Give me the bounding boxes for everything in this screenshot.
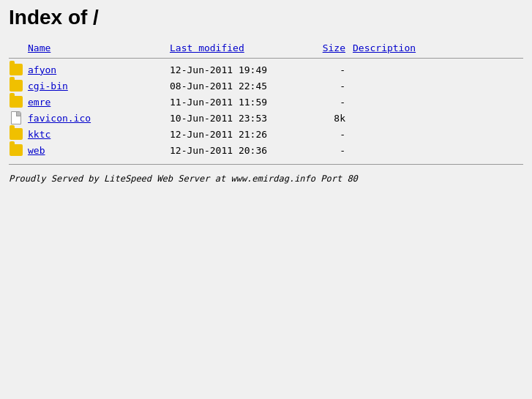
modified-column-header[interactable]: Last modified <box>170 42 244 53</box>
file-size: - <box>301 81 345 92</box>
folder-icon <box>10 96 23 108</box>
folder-icon <box>10 128 23 140</box>
size-column-header[interactable]: Size <box>323 42 345 53</box>
table-row: cgi-bin08-Jun-2011 22:45- <box>9 78 523 94</box>
page-title: Index of / <box>9 6 523 29</box>
file-size: - <box>301 64 345 75</box>
table-row: emre11-Jun-2011 11:59- <box>9 94 523 110</box>
file-modified: 12-Jun-2011 21:26 <box>170 129 301 140</box>
file-modified: 12-Jun-2011 20:36 <box>170 145 301 156</box>
file-size: - <box>301 129 345 140</box>
file-size: - <box>301 145 345 156</box>
desc-column-header[interactable]: Description <box>353 42 416 53</box>
file-size: 8k <box>301 113 345 124</box>
footer-divider <box>9 164 523 165</box>
table-row: afyon12-Jun-2011 19:49- <box>9 61 523 78</box>
table-row: favicon.ico10-Jun-2011 23:538k <box>9 110 523 126</box>
file-icon <box>11 111 21 124</box>
file-modified: 10-Jun-2011 23:53 <box>170 113 301 124</box>
folder-icon <box>10 64 23 75</box>
file-modified: 11-Jun-2011 11:59 <box>170 97 301 108</box>
footer-text: Proudly Served by LiteSpeed Web Server a… <box>9 174 523 184</box>
table-row: kktc12-Jun-2011 21:26- <box>9 126 523 142</box>
file-modified: 08-Jun-2011 22:45 <box>170 81 301 92</box>
file-list: afyon12-Jun-2011 19:49-cgi-bin08-Jun-201… <box>9 61 523 158</box>
file-link[interactable]: favicon.ico <box>28 113 91 124</box>
folder-icon <box>10 80 23 92</box>
file-link[interactable]: emre <box>28 97 50 108</box>
file-link[interactable]: kktc <box>28 129 50 140</box>
file-link[interactable]: afyon <box>28 64 56 75</box>
table-row: web12-Jun-2011 20:36- <box>9 142 523 158</box>
file-link[interactable]: cgi-bin <box>28 81 68 92</box>
folder-icon <box>10 144 23 156</box>
file-modified: 12-Jun-2011 19:49 <box>170 64 301 75</box>
file-link[interactable]: web <box>28 145 45 156</box>
name-column-header[interactable]: Name <box>28 42 50 53</box>
file-size: - <box>301 97 345 108</box>
